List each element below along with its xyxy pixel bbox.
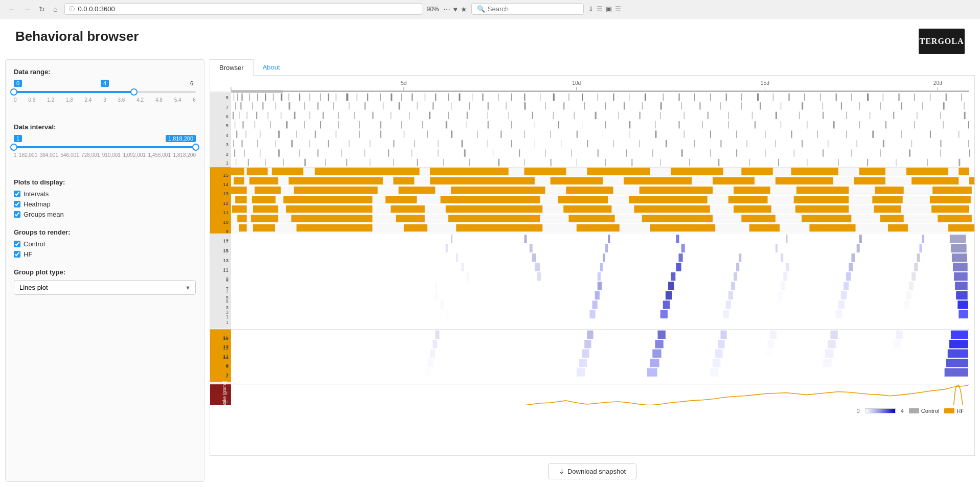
svg-rect-36 <box>336 94 336 101</box>
svg-rect-295 <box>231 158 968 167</box>
search-input[interactable] <box>488 5 578 13</box>
svg-rect-193 <box>833 121 835 128</box>
home-button[interactable]: ⌂ <box>50 4 60 14</box>
reload-button[interactable]: ↻ <box>36 4 48 14</box>
svg-rect-121 <box>922 102 923 109</box>
svg-rect-84 <box>252 102 253 109</box>
svg-rect-164 <box>231 121 968 129</box>
svg-rect-438 <box>859 235 862 243</box>
svg-text:12: 12 <box>223 201 229 206</box>
svg-rect-272 <box>364 149 365 156</box>
svg-rect-541 <box>650 359 659 367</box>
data-range-right-thumb[interactable] <box>130 88 138 96</box>
svg-rect-163 <box>964 112 966 119</box>
checkbox-hf-label: HF <box>24 250 32 258</box>
svg-rect-535 <box>765 350 772 358</box>
svg-rect-259 <box>857 140 857 147</box>
checkbox-control-input[interactable] <box>14 241 20 247</box>
svg-rect-481 <box>728 291 733 299</box>
plots-section: Plots to display: Intervals Heatmap Grou… <box>14 178 196 218</box>
svg-rect-157 <box>823 112 824 119</box>
svg-rect-413 <box>404 224 427 231</box>
svg-rect-544 <box>823 359 831 367</box>
checkbox-groups-mean-input[interactable] <box>14 211 20 218</box>
svg-rect-456 <box>535 263 540 271</box>
menu-icon[interactable]: ☰ <box>615 5 621 13</box>
svg-rect-39 <box>367 94 368 101</box>
svg-rect-222 <box>736 131 737 138</box>
svg-rect-536 <box>825 350 833 358</box>
bookmark-icon[interactable]: ★ <box>461 5 467 13</box>
download-manager-icon[interactable]: ⇓ <box>588 5 594 13</box>
svg-rect-242 <box>414 140 415 147</box>
svg-text:11: 11 <box>223 210 229 215</box>
group-plot-type-select[interactable]: Lines plot Bars plot Area plot <box>14 280 196 295</box>
svg-rect-367 <box>566 187 613 194</box>
svg-rect-68 <box>773 94 773 101</box>
svg-rect-152 <box>708 112 709 119</box>
svg-rect-490 <box>838 300 845 309</box>
svg-rect-303 <box>370 159 370 166</box>
svg-text:5: 5 <box>226 123 229 128</box>
svg-rect-104 <box>584 102 585 109</box>
svg-rect-270 <box>317 149 318 156</box>
svg-rect-240 <box>370 140 370 147</box>
forward-button[interactable]: → <box>20 4 34 14</box>
svg-text:15: 15 <box>223 248 229 253</box>
svg-rect-472 <box>598 282 602 290</box>
svg-rect-475 <box>781 282 785 290</box>
svg-rect-98 <box>469 102 470 109</box>
tab-browser[interactable]: Browser <box>210 59 254 76</box>
svg-rect-196 <box>914 121 915 128</box>
svg-text:6: 6 <box>226 114 229 119</box>
svg-rect-107 <box>642 102 643 109</box>
download-snapshot-button[interactable]: ⇓ Download snapshot <box>548 463 636 479</box>
svg-rect-136 <box>372 112 373 119</box>
svg-rect-124 <box>231 111 968 120</box>
svg-rect-435 <box>608 235 610 243</box>
svg-rect-171 <box>320 121 321 128</box>
svg-rect-170 <box>304 121 305 128</box>
svg-rect-482 <box>778 291 783 299</box>
tab-about[interactable]: About <box>254 59 289 75</box>
data-interval-left-thumb[interactable] <box>10 144 17 151</box>
search-icon: 🔍 <box>477 5 485 13</box>
svg-rect-288 <box>794 149 794 156</box>
data-range-track[interactable] <box>14 91 196 93</box>
svg-rect-154 <box>752 112 753 119</box>
svg-rect-219 <box>655 131 656 138</box>
legend-gradient-min: 0 <box>857 408 860 414</box>
checkbox-heatmap-input[interactable] <box>14 201 20 207</box>
svg-rect-189 <box>728 121 729 128</box>
address-bar[interactable]: ⓘ 0.0.0.0:3600 <box>64 3 422 15</box>
svg-rect-407 <box>880 215 904 222</box>
svg-rect-392 <box>634 205 710 213</box>
svg-rect-420 <box>948 224 974 231</box>
back-button[interactable]: ← <box>5 4 18 14</box>
svg-rect-177 <box>446 121 447 128</box>
data-range-left-thumb[interactable] <box>10 88 17 96</box>
svg-text:15d: 15d <box>761 80 769 86</box>
data-interval-right-thumb[interactable] <box>192 144 199 151</box>
svg-rect-226 <box>846 131 847 138</box>
checkbox-hf-input[interactable] <box>14 251 20 258</box>
svg-rect-91 <box>349 102 349 109</box>
data-range-ticks: 0 0.6 1.2 1.8 2.4 3 3.6 4.2 4.8 5.4 6 <box>14 97 196 103</box>
svg-rect-113 <box>760 102 761 109</box>
synced-tabs-icon[interactable]: ☰ <box>597 5 603 13</box>
svg-rect-66 <box>741 94 742 101</box>
data-interval-track[interactable] <box>14 146 196 148</box>
svg-rect-384 <box>930 196 971 203</box>
svg-rect-47 <box>459 94 460 101</box>
svg-rect-414 <box>456 224 542 231</box>
search-bar[interactable]: 🔍 <box>471 3 584 15</box>
svg-rect-391 <box>563 205 611 213</box>
svg-rect-87 <box>289 102 290 109</box>
svg-rect-48 <box>472 94 472 101</box>
fullscreen-icon[interactable]: ▣ <box>606 5 612 13</box>
pocket-icon[interactable]: ♥ <box>453 5 458 13</box>
svg-rect-44 <box>425 94 425 101</box>
checkbox-intervals-input[interactable] <box>14 191 20 197</box>
svg-text:7: 7 <box>226 105 229 110</box>
more-options-icon[interactable]: ⋯ <box>443 5 450 13</box>
